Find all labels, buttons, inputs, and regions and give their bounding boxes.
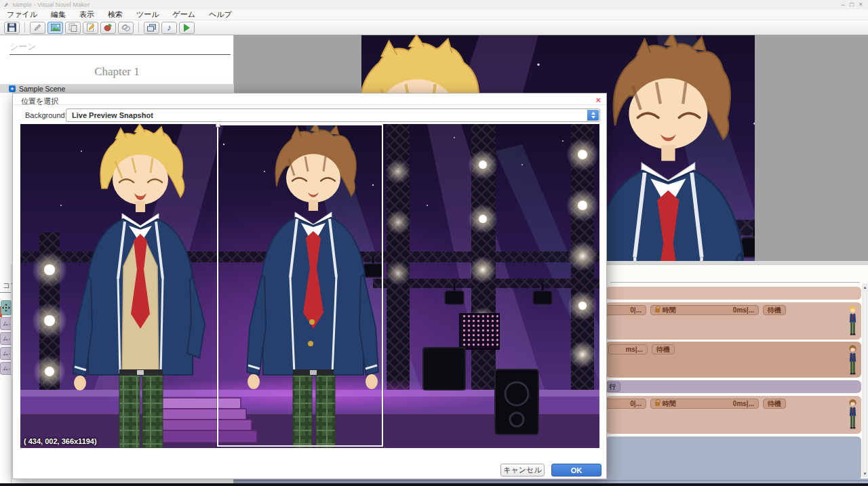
windows-button[interactable] [144, 22, 159, 34]
bookmark-icon: ★ [9, 85, 16, 92]
menu-tools[interactable]: ツール [130, 9, 166, 20]
app-icon [3, 2, 9, 7]
link-icon [121, 24, 131, 32]
scene-item-label: Sample Scene [19, 85, 65, 93]
resize-handle[interactable] [216, 124, 220, 127]
lock-icon [655, 308, 660, 312]
plugin-icon [104, 23, 113, 32]
timeline-scrollbar[interactable]: ▲ ▼ [863, 284, 867, 477]
selection-rectangle[interactable] [217, 124, 383, 447]
pencil-icon [33, 23, 42, 32]
menu-help[interactable]: ヘルプ [202, 9, 239, 20]
wait-chip[interactable]: 待機 [763, 305, 786, 315]
window-bottom-edge [0, 483, 868, 486]
move-tool-button[interactable] [1, 300, 12, 315]
window-title: sample - Visual Novel Maker [12, 1, 90, 8]
move-arrows-icon [2, 304, 10, 312]
image-tool-button[interactable] [47, 22, 63, 34]
play-icon [184, 24, 190, 32]
music-note-icon: ♪ [167, 24, 172, 31]
dialog-close-button[interactable]: × [595, 95, 601, 105]
music-button[interactable]: ♪ [161, 22, 177, 34]
move-command-item[interactable]: ム- [0, 362, 12, 375]
time-chip-label: 時間 [663, 399, 676, 409]
time-chip[interactable]: ms|... [608, 344, 648, 355]
lock-icon [655, 402, 660, 406]
maximize-button[interactable]: □ [850, 1, 854, 8]
link-tool-button[interactable] [118, 22, 134, 34]
script-icon [86, 23, 95, 32]
menu-edit[interactable]: 編集 [44, 9, 73, 20]
toolbar-separator [138, 22, 139, 33]
menu-view[interactable]: 表示 [73, 9, 101, 20]
command-card-wait[interactable]: ms|... 待機 [606, 342, 861, 378]
menu-bar: ファイル 編集 表示 検索 ツール ゲーム ヘルプ [0, 9, 868, 20]
wait-chip[interactable]: 待機 [652, 344, 675, 355]
time-chip-label: 時間 [663, 306, 676, 315]
minimize-button[interactable]: – [842, 1, 846, 8]
command-card-wait[interactable]: 0|... 時間 0ms|... 待機 [606, 302, 861, 340]
save-button[interactable] [4, 22, 20, 34]
move-command-item[interactable]: ム- [0, 332, 12, 345]
command-card-blue[interactable] [606, 437, 861, 480]
divider [0, 292, 11, 293]
background-select[interactable]: Live Preview Snapshot [66, 108, 600, 122]
move-command-item[interactable]: ム- [0, 347, 12, 360]
menu-search[interactable]: 検索 [101, 9, 130, 20]
scene-panel-header: シーン [9, 41, 37, 53]
script-tool-button[interactable] [83, 22, 98, 34]
command-card-collapsed[interactable] [606, 287, 861, 300]
cancel-button[interactable]: キャンセル [500, 464, 545, 477]
menu-file[interactable]: ファイル [0, 9, 44, 20]
time-chip[interactable]: 時間 0ms|... [650, 305, 759, 315]
scroll-up-icon[interactable]: ▲ [863, 285, 867, 289]
chapter-heading: Chapter 1 [0, 65, 234, 79]
select-position-dialog: 位置を選択 × Background: Live Preview Snapsho… [12, 93, 607, 479]
divider [234, 480, 868, 481]
dialog-title: 位置を選択 [21, 96, 58, 106]
pencil-tool-button[interactable] [30, 22, 45, 34]
time-chip-value: 0ms|... [733, 400, 754, 407]
image-icon [51, 24, 60, 31]
title-bar: sample - Visual Novel Maker – □ × [0, 0, 868, 9]
copy-tool-button[interactable] [65, 22, 81, 34]
character-thumbnail-brown [848, 398, 858, 430]
app-window: sample - Visual Novel Maker – □ × ファイル 編… [0, 0, 868, 486]
menu-game[interactable]: ゲーム [166, 9, 203, 20]
wait-chip[interactable]: 待機 [763, 399, 786, 409]
toolbar-separator [24, 22, 25, 33]
time-chip-value: 0ms|... [733, 306, 754, 314]
play-button[interactable] [179, 22, 195, 34]
background-select-value: Live Preview Snapshot [72, 111, 153, 119]
selection-readout: ( 434, 002, 366x1194) [24, 437, 97, 445]
divider [9, 54, 231, 55]
time-chip[interactable]: 時間 0ms|... [650, 399, 759, 409]
position-preview-canvas[interactable]: ( 434, 002, 366x1194) [20, 124, 599, 448]
close-button[interactable]: × [859, 1, 863, 8]
command-card-wait[interactable]: 0|... 時間 0ms|... 待機 [606, 396, 861, 434]
combo-spinner-icon[interactable] [587, 110, 599, 121]
panel-bottom-strip [234, 479, 868, 483]
plugin-tool-button[interactable] [100, 22, 116, 34]
character-thumbnail-blond [848, 304, 858, 337]
command-card-partial[interactable]: 行 [606, 380, 861, 393]
background-label: Background: [25, 111, 67, 119]
copy-icon [68, 23, 77, 32]
scene-list-item[interactable]: ★ Sample Scene [0, 84, 234, 93]
windows-icon [147, 24, 156, 32]
ok-button[interactable]: OK [551, 464, 601, 477]
dialog-header: 位置を選択 × [13, 94, 606, 105]
toolbar: ♪ [0, 20, 868, 35]
move-command-item[interactable]: ム- [0, 317, 12, 330]
character-thumbnail-brown [848, 344, 858, 376]
save-icon [7, 23, 16, 32]
scroll-down-icon[interactable]: ▼ [863, 472, 867, 476]
command-panel-header: コマ [3, 281, 12, 291]
